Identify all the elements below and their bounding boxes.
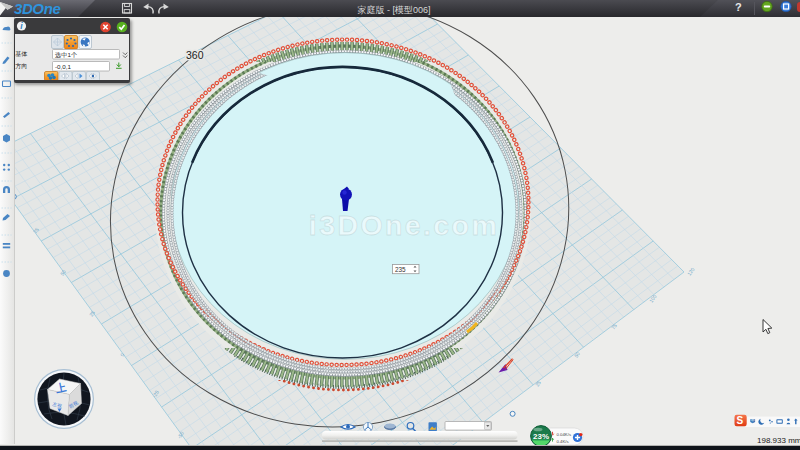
- svg-text:360: 360: [186, 49, 204, 61]
- svg-text:i3DOne.com: i3DOne.com: [309, 209, 499, 241]
- svg-text:S: S: [737, 415, 744, 426]
- svg-text:方向: 方向: [15, 61, 27, 69]
- svg-text:23%: 23%: [533, 432, 549, 441]
- svg-text:基体: 基体: [15, 50, 27, 56]
- svg-text:-0,0,1: -0,0,1: [55, 62, 71, 69]
- svg-text:0.4K/s: 0.4K/s: [557, 439, 569, 444]
- svg-text:选中1个: 选中1个: [55, 50, 78, 58]
- svg-text:0.04K/s: 0.04K/s: [557, 432, 572, 437]
- svg-text:中: 中: [751, 418, 755, 423]
- svg-text:235: 235: [395, 266, 406, 273]
- svg-text:3DOne: 3DOne: [14, 0, 60, 17]
- svg-text:120: 120: [686, 266, 696, 276]
